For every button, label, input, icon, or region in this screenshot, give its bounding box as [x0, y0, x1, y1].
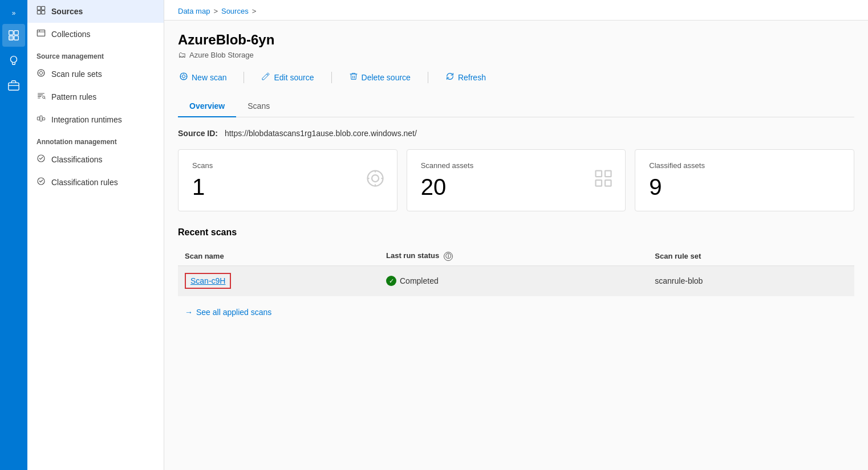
refresh-label: Refresh [458, 73, 486, 82]
delete-source-label: Delete source [362, 73, 411, 82]
last-run-status-label: Last run status [386, 251, 439, 260]
annotation-management-label: Annotation management [27, 131, 164, 148]
sidebar-item-scan-rule-sets-label: Scan rule sets [51, 70, 102, 79]
data-map-rail-icon[interactable] [2, 24, 25, 47]
scanned-assets-stat-card: Scanned assets 20 [407, 149, 626, 211]
briefcase-rail-icon[interactable] [2, 74, 25, 97]
breadcrumb-sep-2: > [252, 7, 257, 15]
pattern-rules-icon [36, 91, 46, 103]
scan-c9h-link[interactable]: Scan-c9H [190, 276, 225, 285]
scans-table-header-row: Scan name Last run status ⓘ Scan rule se… [178, 247, 854, 266]
scan-rule-sets-icon [36, 68, 46, 80]
scan-rule-set-header: Scan rule set [648, 247, 854, 266]
tab-overview[interactable]: Overview [178, 96, 236, 117]
svg-rect-23 [596, 170, 602, 177]
scan-rule-set-cell: scanrule-blob [648, 266, 854, 296]
toolbar: New scan Edit source [178, 68, 854, 87]
edit-source-icon [261, 72, 270, 83]
svg-rect-3 [14, 36, 18, 40]
scans-stat-icon [365, 168, 386, 193]
sidebar-item-classification-rules-label: Classification rules [51, 178, 118, 187]
sidebar-item-collections[interactable]: Collections [27, 23, 164, 46]
classified-assets-stat-label: Classified assets [649, 161, 840, 170]
page-title: AzureBlob-6yn [178, 32, 854, 48]
expand-button[interactable]: » [7, 5, 21, 22]
page-subtitle-text: Azure Blob Storage [189, 51, 254, 59]
sidebar-item-pattern-rules[interactable]: Pattern rules [27, 85, 164, 108]
storage-icon: 🗂 [178, 50, 186, 59]
status-dot: ✓ [386, 276, 396, 286]
scan-link-wrapper: Scan-c9H [185, 273, 231, 289]
integration-runtimes-icon [36, 114, 46, 125]
table-row: Scan-c9H ✓ Completed scanrule-blob [178, 266, 854, 296]
source-id-value: https://blobdatascans1rg1ause.blob.core.… [225, 129, 417, 138]
see-all-arrow-icon: → [185, 308, 193, 317]
sidebar: Sources Collections Source management Sc… [27, 0, 164, 470]
new-scan-button[interactable]: New scan [178, 68, 228, 87]
last-run-status-header: Last run status ⓘ [379, 247, 648, 266]
svg-rect-26 [605, 180, 611, 186]
svg-rect-25 [596, 180, 602, 186]
svg-rect-16 [43, 118, 45, 120]
classifications-icon [36, 154, 46, 165]
svg-point-21 [367, 170, 383, 186]
refresh-button[interactable]: Refresh [444, 68, 487, 87]
collections-icon [36, 28, 46, 40]
svg-rect-24 [605, 170, 611, 177]
svg-rect-7 [42, 6, 45, 10]
status-text: Completed [400, 276, 439, 285]
svg-rect-10 [37, 30, 44, 36]
page-subtitle: 🗂 Azure Blob Storage [178, 50, 854, 59]
classified-assets-stat-value: 9 [649, 174, 840, 199]
sidebar-item-collections-label: Collections [51, 30, 90, 39]
source-id-label: Source ID: [178, 129, 218, 138]
scanned-assets-stat-label: Scanned assets [421, 161, 612, 170]
classification-rules-icon [36, 177, 46, 188]
sidebar-item-classifications-label: Classifications [51, 155, 102, 164]
scan-name-header: Scan name [178, 247, 379, 266]
sidebar-item-integration-runtimes-label: Integration runtimes [51, 115, 122, 124]
content-area: AzureBlob-6yn 🗂 Azure Blob Storage New s… [164, 21, 868, 470]
svg-rect-0 [9, 31, 13, 35]
tab-scans[interactable]: Scans [236, 96, 281, 117]
see-all-label: See all applied scans [196, 308, 271, 317]
svg-rect-8 [37, 11, 40, 14]
new-scan-icon [179, 72, 188, 83]
scanned-assets-stat-value: 20 [421, 174, 612, 199]
delete-source-icon [349, 72, 358, 83]
scans-table: Scan name Last run status ⓘ Scan rule se… [178, 247, 854, 296]
last-run-status-cell: ✓ Completed [379, 266, 648, 296]
breadcrumb-sources[interactable]: Sources [221, 7, 249, 15]
insight-rail-icon[interactable] [2, 49, 25, 72]
svg-point-20 [182, 75, 185, 77]
scans-stat-card: Scans 1 [178, 149, 398, 211]
tabs: Overview Scans [178, 96, 854, 117]
sidebar-item-classification-rules[interactable]: Classification rules [27, 171, 164, 194]
scans-stat-label: Scans [192, 161, 383, 170]
svg-point-12 [39, 71, 42, 74]
stats-row: Scans 1 Scanned assets 20 [178, 149, 854, 211]
breadcrumb-data-map[interactable]: Data map [178, 7, 210, 15]
svg-rect-9 [42, 11, 45, 14]
sidebar-item-pattern-rules-label: Pattern rules [51, 92, 96, 101]
toolbar-divider-3 [428, 72, 428, 83]
main-content: Data map > Sources > AzureBlob-6yn 🗂 Azu… [164, 0, 868, 470]
edit-source-button[interactable]: Edit source [260, 68, 315, 87]
edit-source-label: Edit source [274, 73, 314, 82]
classified-assets-stat-card: Classified assets 9 [635, 149, 854, 211]
toolbar-divider-2 [331, 72, 332, 83]
sidebar-item-integration-runtimes[interactable]: Integration runtimes [27, 108, 164, 131]
svg-rect-5 [9, 83, 19, 90]
breadcrumb-sep-1: > [213, 7, 218, 15]
sidebar-item-classifications[interactable]: Classifications [27, 148, 164, 171]
delete-source-button[interactable]: Delete source [348, 68, 412, 87]
new-scan-label: New scan [192, 73, 226, 82]
sidebar-item-scan-rule-sets[interactable]: Scan rule sets [27, 63, 164, 85]
see-all-link[interactable]: → See all applied scans [178, 303, 854, 321]
sources-icon [36, 6, 46, 17]
recent-scans-title: Recent scans [178, 227, 854, 238]
svg-rect-2 [9, 36, 13, 40]
last-run-status-info-icon[interactable]: ⓘ [444, 252, 453, 261]
sidebar-item-sources[interactable]: Sources [27, 0, 164, 23]
svg-rect-6 [37, 6, 40, 10]
